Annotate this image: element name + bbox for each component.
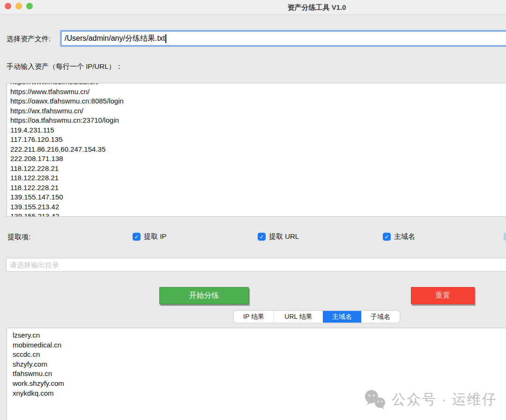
start-sort-button[interactable]: 开始分练 — [159, 287, 249, 304]
text-caret — [165, 34, 166, 43]
checkbox-extract-url[interactable]: ✓ 提取 URL — [258, 232, 299, 241]
manual-asset-textarea[interactable]: https://www.mobimedical.cn/ https://www.… — [7, 83, 506, 217]
checkbox-main-domain[interactable]: ✓ 主域名 — [383, 232, 415, 241]
close-button[interactable] — [5, 3, 11, 9]
file-path-input[interactable]: /Users/admin/any/分练结果.txt — [60, 30, 506, 47]
window-title: 资产分练工具 V1.0 — [287, 3, 346, 12]
result-tabs: IP 结果 URL 结果 主域名 子域名 — [233, 310, 400, 323]
result-lines: lzsery.cn mobimedical.cn sccdc.cn shzyfy… — [7, 328, 506, 398]
tab-main-domain[interactable]: 主域名 — [323, 311, 361, 323]
manual-input-label: 手动输入资产（每行一个 IP/URL）： — [7, 62, 123, 71]
reset-button[interactable]: 重置 — [411, 287, 475, 304]
checkmark-icon: ✓ — [133, 233, 141, 241]
output-dir-input[interactable] — [6, 258, 506, 272]
app-window: 资产分练工具 V1.0 选择资产文件: /Users/admin/any/分练结… — [0, 0, 506, 420]
manual-asset-lines: https://www.mobimedical.cn/ https://www.… — [10, 83, 506, 217]
minimize-button[interactable] — [15, 3, 22, 9]
title-bar: 资产分练工具 V1.0 — [0, 0, 506, 15]
checkbox-label: 提取 URL — [269, 232, 299, 241]
checkbox-label: 提取 IP — [144, 232, 166, 241]
file-path-value: /Users/admin/any/分练结果.txt — [65, 34, 165, 44]
zoom-button[interactable] — [26, 3, 33, 9]
tab-sub-domain[interactable]: 子域名 — [361, 311, 400, 323]
checkmark-icon: ✓ — [383, 233, 391, 241]
tab-url-results[interactable]: URL 结果 — [274, 311, 323, 323]
checkmark-icon: ✓ — [258, 233, 266, 241]
tab-ip-results[interactable]: IP 结果 — [234, 311, 274, 323]
checkbox-label: 主域名 — [394, 232, 415, 241]
checkbox-extract-ip[interactable]: ✓ 提取 IP — [133, 232, 166, 241]
results-panel[interactable]: lzsery.cn mobimedical.cn sccdc.cn shzyfy… — [7, 328, 506, 420]
checkbox-clipped-edge[interactable] — [504, 233, 506, 241]
extract-options-label: 提取项: — [7, 233, 30, 242]
file-picker-label: 选择资产文件: — [7, 35, 51, 44]
